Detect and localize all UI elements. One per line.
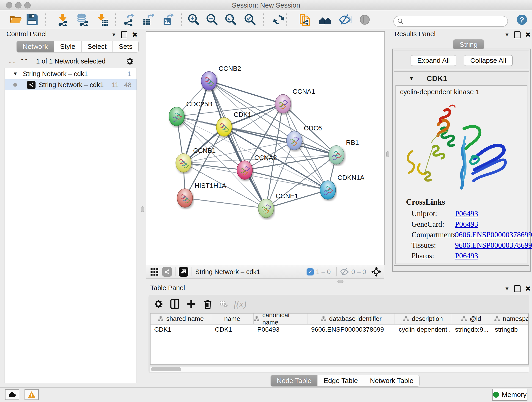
import-network-database-button[interactable] <box>76 13 89 27</box>
table-cell[interactable]: cyclin-dependent ... <box>395 326 451 333</box>
table-cell[interactable]: stringdb <box>491 326 529 333</box>
column-header--id[interactable]: @id <box>451 313 491 324</box>
collapse-gene-icon[interactable]: ▼ <box>409 75 414 82</box>
help-button[interactable]: ? <box>516 14 528 26</box>
export-table-button[interactable] <box>142 13 155 27</box>
detach-view-icon[interactable] <box>179 267 188 277</box>
float-panel-icon[interactable]: ▼ <box>111 32 116 38</box>
table-options-gear-icon[interactable] <box>153 299 164 309</box>
tab-select[interactable]: Select <box>81 41 113 52</box>
string-home-button[interactable] <box>318 13 332 27</box>
network-row-selected[interactable]: String Network – cdk1 11 48 <box>5 79 137 90</box>
show-graphics-button[interactable] <box>358 13 372 27</box>
export-network-button[interactable] <box>122 13 136 27</box>
close-panel-icon[interactable]: ✖ <box>525 285 531 293</box>
memory-status-dot-icon <box>493 392 499 398</box>
tab-node-table[interactable]: Node Table <box>271 375 317 386</box>
node-CDC6[interactable]: CDC6 <box>286 124 322 150</box>
edge-HIST1H1A-CCNE1[interactable] <box>185 198 266 208</box>
edge-CCNA2-CDKN1A[interactable] <box>245 170 328 190</box>
results-panel-controls: ▼ ✖ <box>505 31 531 39</box>
table-cell[interactable]: stringdb:9... <box>451 326 491 333</box>
network-canvas[interactable]: CCNB2CCNA1CDC25BCDK1CDC6RB1CCNB1CCNA2CDK… <box>146 32 385 265</box>
float-panel-icon[interactable]: ▼ <box>505 32 510 38</box>
zoom-out-button[interactable] <box>205 13 219 27</box>
edge-CCNB2-CCNA1[interactable] <box>209 81 283 104</box>
node-RB1[interactable]: RB1 <box>329 139 359 164</box>
search-icon <box>397 18 404 25</box>
close-panel-icon[interactable]: ✖ <box>132 31 138 39</box>
zoom-in-button[interactable] <box>187 13 201 27</box>
column-header-database-identifier[interactable]: database identifier <box>307 313 395 324</box>
maximize-panel-icon[interactable] <box>514 32 520 38</box>
selected-checkbox-icon[interactable]: ✓ <box>307 268 314 275</box>
export-image-button[interactable] <box>161 13 175 27</box>
node-label-CCNB2: CCNB2 <box>219 65 241 72</box>
delete-column-trash-icon[interactable] <box>203 299 213 309</box>
cloud-button[interactable] <box>5 389 19 400</box>
scrollbar-thumb[interactable] <box>151 367 181 371</box>
float-panel-icon[interactable]: ▼ <box>505 286 510 292</box>
column-header-name[interactable]: name <box>211 313 254 324</box>
right-splitter-handle[interactable] <box>386 151 389 157</box>
horizontal-splitter-handle[interactable] <box>337 280 343 283</box>
network-share-badge-icon[interactable] <box>162 267 172 277</box>
search-input[interactable] <box>406 18 507 25</box>
hide-graphics-button[interactable] <box>338 13 352 27</box>
left-splitter-handle[interactable] <box>141 206 144 212</box>
import-network-file-button[interactable] <box>56 13 70 27</box>
open-session-button[interactable] <box>9 13 22 27</box>
table-row[interactable]: CDK1CDK1P064939606.ENSP00000378699cyclin… <box>151 325 528 335</box>
tab-sets[interactable]: Sets <box>113 41 138 52</box>
network-edge-count: 48 <box>124 81 132 89</box>
zoom-selected-button[interactable] <box>243 13 257 27</box>
maximize-panel-icon[interactable] <box>121 32 127 38</box>
table-cell[interactable]: CDK1 <box>211 326 254 333</box>
edge-CCNB2-RB1[interactable] <box>209 81 336 155</box>
node-label-CDKN1A: CDKN1A <box>337 174 365 181</box>
warnings-button[interactable] <box>25 389 39 400</box>
maximize-panel-icon[interactable] <box>514 285 520 292</box>
column-header-canonical-name[interactable]: canonical name <box>254 313 307 324</box>
crosslink-link[interactable]: 9606.ENSP00000378699 <box>455 241 532 249</box>
zoom-fit-button[interactable] <box>224 13 238 27</box>
network-collection-row[interactable]: ▼ String Network – cdk1 1 <box>5 68 137 79</box>
string-document-button[interactable] <box>298 13 312 27</box>
table-horizontal-scrollbar[interactable] <box>150 366 529 372</box>
birdseye-grid-icon[interactable] <box>150 267 159 276</box>
table-cell[interactable]: CDK1 <box>151 326 211 333</box>
tab-edge-table[interactable]: Edge Table <box>317 375 364 386</box>
memory-button[interactable]: Memory <box>492 389 527 401</box>
tab-style[interactable]: Style <box>54 41 81 52</box>
table-cell[interactable]: P06493 <box>254 326 307 333</box>
collection-expand-icon[interactable]: ▼ <box>13 71 18 77</box>
crosslink-link[interactable]: P06493 <box>455 210 478 218</box>
edge-CCNB1-CCNA2[interactable] <box>184 163 245 170</box>
tab-string[interactable]: String <box>453 39 484 50</box>
collapse-all-button[interactable]: Collapse All <box>464 55 513 66</box>
node-label-CCNE1: CCNE1 <box>276 192 298 200</box>
apply-layout-button[interactable] <box>272 13 285 27</box>
network-options-gear-icon[interactable] <box>125 57 134 66</box>
column-header-description[interactable]: description <box>395 313 451 324</box>
tab-network-table[interactable]: Network Table <box>364 375 419 386</box>
crosslink-link[interactable]: P06493 <box>455 220 478 229</box>
crosslink-link[interactable]: P06493 <box>455 252 478 260</box>
column-header-namespace[interactable]: namespace <box>491 313 529 324</box>
column-header-shared-name[interactable]: shared name <box>151 313 211 324</box>
select-columns-icon[interactable] <box>170 299 180 309</box>
crosslink-link[interactable]: 9606.ENSP00000378699 <box>455 230 532 239</box>
control-panel-controls: ▼ ✖ <box>111 31 138 39</box>
node-CCNA1[interactable]: CCNA1 <box>275 88 315 113</box>
add-column-icon[interactable] <box>186 299 196 309</box>
node-CCNB2[interactable]: CCNB2 <box>201 65 241 90</box>
save-session-button[interactable] <box>25 13 39 27</box>
expand-all-button[interactable]: Expand All <box>411 55 456 66</box>
import-table-file-button[interactable] <box>95 13 109 27</box>
network-graph[interactable]: CCNB2CCNA1CDC25BCDK1CDC6RB1CCNB1CCNA2CDK… <box>146 32 385 265</box>
table-cell[interactable]: 9606.ENSP00000378699 <box>307 326 395 333</box>
close-panel-icon[interactable]: ✖ <box>525 31 531 39</box>
node-CDKN1A[interactable]: CDKN1A <box>320 174 365 199</box>
tab-network[interactable]: Network <box>17 41 54 52</box>
pan-crosshair-icon[interactable] <box>371 267 381 277</box>
